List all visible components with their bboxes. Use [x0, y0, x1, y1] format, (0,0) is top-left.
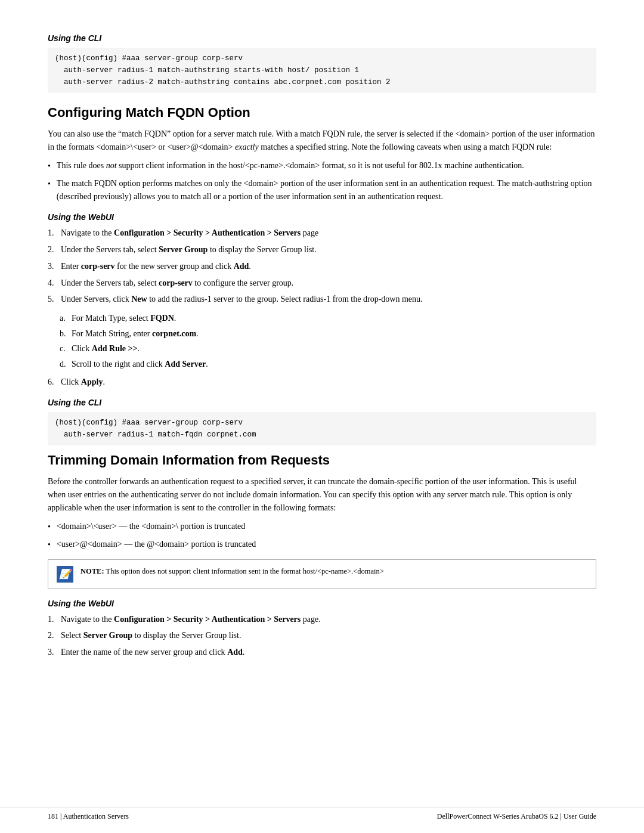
- note-text: NOTE: This option does not support clien…: [80, 566, 384, 577]
- note-box: 📝 NOTE: This option does not support cli…: [48, 559, 596, 589]
- trimming-step-2: Select Server Group to display the Serve…: [48, 629, 596, 642]
- top-cli-section: Using the CLI (host)(config) #aaa server…: [48, 33, 596, 93]
- fqdn-step-1: Navigate to the Configuration > Security…: [48, 227, 596, 240]
- fqdn-webui-steps: Navigate to the Configuration > Security…: [48, 227, 596, 305]
- footer-right: DellPowerConnect W-Series ArubaOS 6.2 | …: [437, 812, 596, 821]
- fqdn-step-4: Under the Servers tab, select corp-serv …: [48, 277, 596, 290]
- trimming-step-1: Navigate to the Configuration > Security…: [48, 613, 596, 626]
- page-content: Using the CLI (host)(config) #aaa server…: [0, 0, 644, 833]
- fqdn-sub-b: b. For Match String, enter corpnet.com.: [60, 327, 596, 340]
- trimming-title: Trimming Domain Information from Request…: [48, 453, 596, 468]
- trimming-webui-label: Using the WebUI: [48, 599, 596, 608]
- fqdn-step6-list: Click Apply.: [48, 376, 596, 389]
- fqdn-sub-steps: a. For Match Type, select FQDN. b. For M…: [60, 312, 596, 371]
- fqdn-step-2: Under the Servers tab, select Server Gro…: [48, 243, 596, 256]
- fqdn-webui-label: Using the WebUI: [48, 212, 596, 222]
- trimming-bullets: <domain>\<user> — the <domain>\ portion …: [48, 520, 596, 550]
- fqdn-cli-label: Using the CLI: [48, 398, 596, 407]
- note-icon: 📝: [57, 566, 73, 583]
- fqdn-step-5: Under Servers, click New to add the radi…: [48, 293, 596, 306]
- fqdn-sub-a: a. For Match Type, select FQDN.: [60, 312, 596, 325]
- top-cli-label: Using the CLI: [48, 33, 596, 43]
- trimming-webui-steps: Navigate to the Configuration > Security…: [48, 613, 596, 659]
- trimming-bullet-1: <domain>\<user> — the <domain>\ portion …: [48, 520, 596, 533]
- footer-left: 181 | Authentication Servers: [48, 812, 129, 821]
- top-cli-code: (host)(config) #aaa server-group corp-se…: [48, 48, 596, 93]
- trimming-intro: Before the controller forwards an authen…: [48, 475, 596, 514]
- fqdn-bullet-2: The match FQDN option performs matches o…: [48, 177, 596, 203]
- trimming-bullet-2: <user>@<domain> — the @<domain> portion …: [48, 538, 596, 551]
- fqdn-sub-d: d. Scroll to the right and click Add Ser…: [60, 358, 596, 371]
- fqdn-cli-code: (host)(config) #aaa server-group corp-se…: [48, 412, 596, 445]
- configuring-fqdn-title: Configuring Match FQDN Option: [48, 105, 596, 120]
- configuring-fqdn-bullets: This rule does not support client inform…: [48, 159, 596, 203]
- fqdn-step-6: Click Apply.: [48, 376, 596, 389]
- configuring-fqdn-intro: You can also use the “match FQDN” option…: [48, 128, 596, 153]
- page-footer: 181 | Authentication Servers DellPowerCo…: [0, 807, 644, 821]
- fqdn-bullet-1: This rule does not support client inform…: [48, 159, 596, 172]
- fqdn-sub-c: c. Click Add Rule >>.: [60, 342, 596, 355]
- trimming-step-3: Enter the name of the new server group a…: [48, 646, 596, 659]
- fqdn-step-3: Enter corp-serv for the new server group…: [48, 260, 596, 273]
